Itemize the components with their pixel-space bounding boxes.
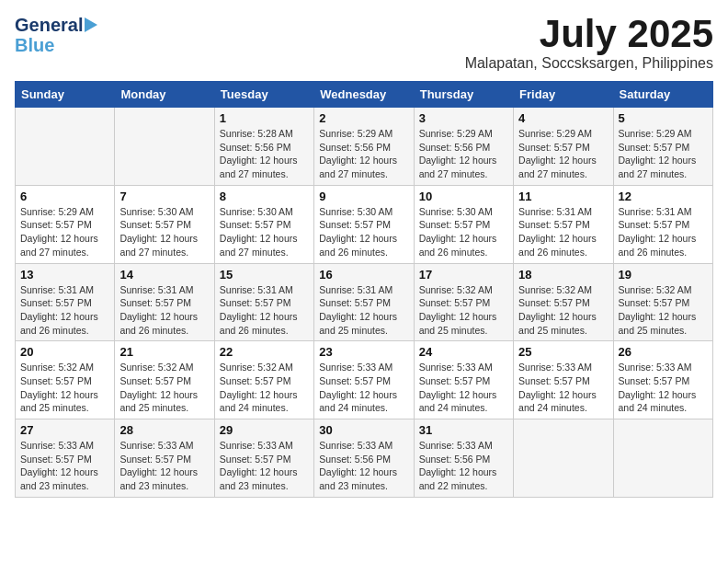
calendar-cell: 12Sunrise: 5:31 AM Sunset: 5:57 PM Dayli… [613, 185, 712, 263]
day-info: Sunrise: 5:33 AM Sunset: 5:57 PM Dayligh… [220, 439, 309, 493]
day-number: 16 [319, 268, 408, 282]
calendar-cell: 20Sunrise: 5:32 AM Sunset: 5:57 PM Dayli… [16, 341, 115, 419]
page-container: General Blue July 2025 Malapatan, Soccsk… [15, 15, 713, 498]
day-number: 12 [619, 190, 708, 203]
day-number: 31 [419, 423, 508, 437]
day-info: Sunrise: 5:32 AM Sunset: 5:57 PM Dayligh… [119, 361, 209, 415]
weekday-header-friday: Friday [514, 82, 613, 108]
calendar-cell: 1Sunrise: 5:28 AM Sunset: 5:56 PM Daylig… [214, 108, 313, 186]
day-info: Sunrise: 5:30 AM Sunset: 5:57 PM Dayligh… [419, 205, 508, 259]
day-number: 21 [119, 345, 209, 359]
day-number: 5 [619, 111, 708, 125]
calendar-cell: 3Sunrise: 5:29 AM Sunset: 5:56 PM Daylig… [414, 108, 513, 186]
calendar-cell: 15Sunrise: 5:31 AM Sunset: 5:57 PM Dayli… [214, 263, 313, 341]
day-info: Sunrise: 5:30 AM Sunset: 5:57 PM Dayligh… [319, 205, 408, 259]
title-block: July 2025 Malapatan, Soccsksargen, Phili… [465, 15, 713, 72]
day-info: Sunrise: 5:32 AM Sunset: 5:57 PM Dayligh… [619, 283, 708, 338]
day-info: Sunrise: 5:30 AM Sunset: 5:57 PM Dayligh… [119, 205, 209, 259]
calendar-cell: 28Sunrise: 5:33 AM Sunset: 5:57 PM Dayli… [115, 419, 214, 498]
weekday-row: SundayMondayTuesdayWednesdayThursdayFrid… [16, 82, 713, 108]
day-number: 26 [619, 345, 708, 359]
day-info: Sunrise: 5:29 AM Sunset: 5:57 PM Dayligh… [619, 127, 708, 181]
calendar-cell: 5Sunrise: 5:29 AM Sunset: 5:57 PM Daylig… [613, 108, 712, 186]
weekday-header-saturday: Saturday [613, 82, 712, 108]
month-title: July 2025 [465, 15, 713, 53]
day-number: 14 [119, 268, 209, 282]
day-number: 3 [419, 111, 508, 125]
weekday-header-thursday: Thursday [414, 82, 513, 108]
calendar-cell: 23Sunrise: 5:33 AM Sunset: 5:57 PM Dayli… [314, 341, 414, 419]
calendar-cell: 6Sunrise: 5:29 AM Sunset: 5:57 PM Daylig… [16, 185, 115, 263]
calendar-cell: 14Sunrise: 5:31 AM Sunset: 5:57 PM Dayli… [115, 263, 214, 341]
day-number: 30 [319, 423, 408, 437]
day-info: Sunrise: 5:31 AM Sunset: 5:57 PM Dayligh… [319, 283, 408, 338]
day-info: Sunrise: 5:32 AM Sunset: 5:57 PM Dayligh… [518, 283, 608, 338]
day-number: 11 [518, 190, 608, 203]
calendar-cell: 27Sunrise: 5:33 AM Sunset: 5:57 PM Dayli… [16, 419, 115, 498]
day-info: Sunrise: 5:33 AM Sunset: 5:56 PM Dayligh… [319, 439, 408, 493]
day-number: 15 [220, 268, 309, 282]
calendar-week-5: 27Sunrise: 5:33 AM Sunset: 5:57 PM Dayli… [16, 419, 713, 498]
calendar-cell: 22Sunrise: 5:32 AM Sunset: 5:57 PM Dayli… [214, 341, 313, 419]
day-number: 7 [119, 190, 209, 203]
day-info: Sunrise: 5:31 AM Sunset: 5:57 PM Dayligh… [518, 205, 608, 259]
calendar-cell: 13Sunrise: 5:31 AM Sunset: 5:57 PM Dayli… [16, 263, 115, 341]
day-info: Sunrise: 5:33 AM Sunset: 5:57 PM Dayligh… [20, 439, 109, 493]
calendar-cell: 7Sunrise: 5:30 AM Sunset: 5:57 PM Daylig… [115, 185, 214, 263]
day-number: 29 [220, 423, 309, 437]
day-info: Sunrise: 5:32 AM Sunset: 5:57 PM Dayligh… [419, 283, 508, 338]
calendar-table: SundayMondayTuesdayWednesdayThursdayFrid… [15, 81, 713, 498]
day-number: 8 [220, 190, 309, 203]
day-info: Sunrise: 5:31 AM Sunset: 5:57 PM Dayligh… [20, 283, 109, 338]
day-info: Sunrise: 5:29 AM Sunset: 5:57 PM Dayligh… [518, 127, 608, 181]
calendar-cell: 31Sunrise: 5:33 AM Sunset: 5:56 PM Dayli… [414, 419, 513, 498]
day-number: 24 [419, 345, 508, 359]
day-number: 1 [220, 111, 309, 125]
calendar-cell: 10Sunrise: 5:30 AM Sunset: 5:57 PM Dayli… [414, 185, 513, 263]
calendar-cell: 8Sunrise: 5:30 AM Sunset: 5:57 PM Daylig… [214, 185, 313, 263]
calendar-cell: 29Sunrise: 5:33 AM Sunset: 5:57 PM Dayli… [214, 419, 313, 498]
page-header: General Blue July 2025 Malapatan, Soccsk… [15, 15, 713, 72]
day-number: 10 [419, 190, 508, 203]
calendar-cell [16, 108, 115, 186]
day-number: 19 [619, 268, 708, 282]
day-info: Sunrise: 5:33 AM Sunset: 5:57 PM Dayligh… [419, 361, 508, 415]
day-info: Sunrise: 5:33 AM Sunset: 5:57 PM Dayligh… [119, 439, 209, 493]
day-info: Sunrise: 5:28 AM Sunset: 5:56 PM Dayligh… [220, 127, 309, 181]
calendar-cell: 24Sunrise: 5:33 AM Sunset: 5:57 PM Dayli… [414, 341, 513, 419]
weekday-header-tuesday: Tuesday [214, 82, 313, 108]
calendar-cell [115, 108, 214, 186]
day-info: Sunrise: 5:29 AM Sunset: 5:57 PM Dayligh… [20, 205, 109, 259]
day-info: Sunrise: 5:29 AM Sunset: 5:56 PM Dayligh… [419, 127, 508, 181]
calendar-cell: 30Sunrise: 5:33 AM Sunset: 5:56 PM Dayli… [314, 419, 414, 498]
day-number: 25 [518, 345, 608, 359]
day-info: Sunrise: 5:31 AM Sunset: 5:57 PM Dayligh… [619, 205, 708, 259]
day-number: 27 [20, 423, 109, 437]
day-info: Sunrise: 5:31 AM Sunset: 5:57 PM Dayligh… [119, 283, 209, 338]
day-info: Sunrise: 5:31 AM Sunset: 5:57 PM Dayligh… [220, 283, 309, 338]
calendar-cell: 26Sunrise: 5:33 AM Sunset: 5:57 PM Dayli… [613, 341, 712, 419]
calendar-cell: 4Sunrise: 5:29 AM Sunset: 5:57 PM Daylig… [514, 108, 613, 186]
weekday-header-sunday: Sunday [16, 82, 115, 108]
day-info: Sunrise: 5:32 AM Sunset: 5:57 PM Dayligh… [20, 361, 109, 415]
logo: General Blue [15, 15, 97, 55]
day-number: 6 [20, 190, 109, 203]
logo-line1: General [15, 15, 97, 35]
day-number: 9 [319, 190, 408, 203]
weekday-header-monday: Monday [115, 82, 214, 108]
calendar-cell: 19Sunrise: 5:32 AM Sunset: 5:57 PM Dayli… [613, 263, 712, 341]
day-number: 23 [319, 345, 408, 359]
calendar-week-4: 20Sunrise: 5:32 AM Sunset: 5:57 PM Dayli… [16, 341, 713, 419]
weekday-header-wednesday: Wednesday [314, 82, 414, 108]
day-number: 13 [20, 268, 109, 282]
calendar-cell: 17Sunrise: 5:32 AM Sunset: 5:57 PM Dayli… [414, 263, 513, 341]
calendar-cell: 16Sunrise: 5:31 AM Sunset: 5:57 PM Dayli… [314, 263, 414, 341]
day-number: 20 [20, 345, 109, 359]
calendar-cell: 2Sunrise: 5:29 AM Sunset: 5:56 PM Daylig… [314, 108, 414, 186]
day-info: Sunrise: 5:33 AM Sunset: 5:57 PM Dayligh… [619, 361, 708, 415]
logo-text-blue: Blue [15, 35, 54, 55]
day-number: 22 [220, 345, 309, 359]
calendar-body: 1Sunrise: 5:28 AM Sunset: 5:56 PM Daylig… [16, 108, 713, 498]
calendar-cell: 21Sunrise: 5:32 AM Sunset: 5:57 PM Dayli… [115, 341, 214, 419]
day-info: Sunrise: 5:33 AM Sunset: 5:57 PM Dayligh… [518, 361, 608, 415]
